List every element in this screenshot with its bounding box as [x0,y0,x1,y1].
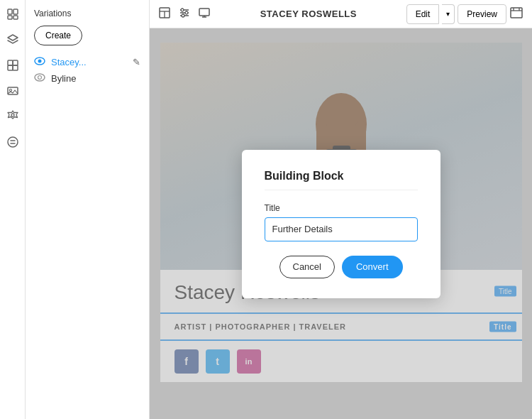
monitor-icon[interactable] [198,6,211,22]
pencil-icon[interactable]: ✎ [133,57,140,67]
modal-overlay: Building Block Title Cancel Convert [150,28,532,419]
svg-point-9 [9,89,11,92]
svg-point-11 [8,137,18,147]
svg-rect-28 [511,8,522,18]
create-button[interactable]: Create [34,26,82,45]
svg-point-24 [182,14,184,17]
cancel-button[interactable]: Cancel [279,256,335,278]
toolbar-icons [158,6,211,22]
edit-dropdown-button[interactable]: ▾ [442,4,455,24]
preview-button[interactable]: Preview [458,4,506,24]
share-icon[interactable] [509,6,523,23]
modal-actions: Cancel Convert [265,256,418,278]
building-block-modal: Building Block Title Cancel Convert [242,150,440,298]
svg-rect-0 [8,9,12,14]
toolbar-right: Edit ▾ Preview [406,4,523,24]
svg-rect-6 [8,65,13,70]
title-input[interactable] [265,217,418,241]
convert-button[interactable]: Convert [342,256,403,278]
blocks-icon[interactable] [6,58,20,72]
svg-point-15 [38,76,42,80]
settings-icon[interactable] [6,109,20,124]
svg-point-14 [35,74,45,81]
sliders-icon[interactable] [178,6,191,22]
pages-icon[interactable] [6,7,20,21]
variation-item-byline[interactable]: Byline [34,70,140,87]
svg-point-13 [38,60,42,63]
icon-sidebar [0,0,26,419]
svg-rect-4 [8,60,13,65]
variations-panel: Variations Create Stacey... ✎ Byline [26,0,150,419]
svg-point-10 [11,114,14,116]
variations-title: Variations [34,9,140,18]
svg-point-22 [181,9,184,11]
media-icon[interactable] [6,84,20,98]
edit-button[interactable]: Edit [406,4,440,24]
toolbar-title: STACEY ROSWELLS [219,9,398,19]
svg-rect-5 [13,60,18,65]
variation-name-stacey: Stacey... [51,57,127,67]
variation-item-stacey[interactable]: Stacey... ✎ [34,54,140,70]
layers-icon[interactable] [6,33,20,47]
modal-title: Building Block [265,170,418,190]
toolbar: STACEY ROSWELLS Edit ▾ Preview [150,0,532,28]
svg-rect-25 [199,9,209,16]
svg-rect-3 [13,16,18,19]
svg-point-23 [185,11,188,14]
svg-rect-1 [13,9,18,14]
variation-name-byline: Byline [51,73,140,84]
extra-icon[interactable] [6,135,20,149]
svg-rect-7 [13,65,18,70]
canvas-area: Stacey Roswells Title ARTIST | PHOTOGRAP… [150,28,532,419]
svg-rect-2 [8,16,12,19]
modal-field-label: Title [265,203,418,213]
layout-icon[interactable] [158,6,171,22]
eye-visible-icon [34,57,45,67]
eye-hidden-icon [34,73,45,84]
main-area: STACEY ROSWELLS Edit ▾ Preview [150,0,532,419]
